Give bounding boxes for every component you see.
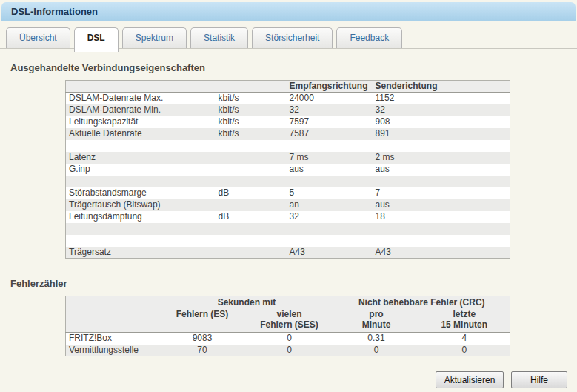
connection-row-unit: dB	[216, 187, 287, 199]
connection-row-rx-value: 7597	[287, 116, 373, 128]
connection-row-tx-value	[373, 223, 510, 235]
error-row-value: 0	[245, 345, 334, 356]
error-row-label: FRITZ!Box	[66, 333, 160, 345]
error-row-value: 0.31	[334, 333, 419, 345]
connection-row: LeitungsdämpfungdB3218	[66, 211, 510, 223]
connection-row: TrägersatzA43A43	[66, 247, 510, 259]
connection-row-rx-value: A43	[287, 247, 373, 259]
connection-row-rx-value	[287, 140, 373, 152]
connection-row-tx-value: 18	[373, 211, 510, 223]
connection-row-label: Latenz	[66, 152, 216, 164]
error-counter-table: Sekunden mit Nicht behebbare Fehler (CRC…	[65, 296, 510, 356]
connection-row-unit: kbit/s	[216, 116, 287, 128]
connection-row: Leitungskapazitätkbit/s7597908	[66, 116, 510, 128]
connection-row-rx-value: 7587	[287, 128, 373, 140]
error-column-header: Fehlern (ES)	[160, 309, 245, 333]
connection-row-rx-value: aus	[287, 164, 373, 176]
connection-row-rx-value: an	[287, 199, 373, 211]
connection-row-label: DSLAM-Datenrate Max.	[66, 93, 216, 104]
connection-row-tx-value	[373, 176, 510, 187]
connection-row-unit	[216, 140, 287, 152]
content-area: Ausgehandelte Verbindungseigenschaften E…	[0, 62, 577, 356]
connection-row-unit: dB	[216, 211, 287, 223]
connection-row-rx-value: 24000	[287, 93, 373, 104]
connection-row-unit	[216, 235, 287, 247]
connection-row-rx-value: 32	[287, 104, 373, 116]
error-row-value: 9083	[160, 333, 245, 345]
tab-dsl[interactable]: DSL	[74, 27, 119, 52]
connection-row-label: Störabstandsmarge	[66, 187, 216, 199]
section-heading-errors: Fehlerzähler	[10, 278, 577, 289]
connection-row-rx-value	[287, 235, 373, 247]
column-group-crc: Nicht behebbare Fehler (CRC)	[334, 296, 510, 309]
connection-row-tx-value	[373, 235, 510, 247]
window-title-bar: DSL-Informationen	[1, 2, 576, 21]
refresh-button[interactable]: Aktualisieren	[436, 371, 504, 388]
connection-row	[66, 140, 510, 152]
column-header-senderichtung: Senderichtung	[373, 81, 510, 93]
error-row-value: 0	[245, 333, 334, 345]
connection-row-rx-value	[287, 176, 373, 187]
footer-buttons: Aktualisieren Hilfe	[0, 365, 577, 388]
error-group-header-row: Sekunden mit Nicht behebbare Fehler (CRC…	[66, 296, 510, 309]
column-header-empfangsrichtung: Empfangsrichtung	[287, 81, 373, 93]
connection-row: Aktuelle Datenratekbit/s7587891	[66, 128, 510, 140]
error-row-value: 70	[160, 345, 245, 356]
connection-row	[66, 223, 510, 235]
connection-row-rx-value	[287, 223, 373, 235]
error-row-value: 4	[419, 333, 510, 345]
connection-row-unit: kbit/s	[216, 93, 287, 104]
page-title: DSL-Informationen	[11, 6, 98, 17]
connection-row-tx-value: aus	[373, 164, 510, 176]
tab-spektrum[interactable]: Spektrum	[122, 27, 187, 48]
connection-row-label	[66, 140, 216, 152]
error-column-header: letzte 15 Minuten	[419, 309, 510, 333]
error-column-header: vielen Fehlern (SES)	[245, 309, 334, 333]
connection-row-label: Leitungsdämpfung	[66, 211, 216, 223]
connection-row-tx-value: aus	[373, 199, 510, 211]
tab-bar: ÜbersichtDSLSpektrumStatistikStörsicherh…	[0, 21, 577, 49]
connection-row-label: Trägertausch (Bitswap)	[66, 199, 216, 211]
connection-row-unit	[216, 176, 287, 187]
connection-header-row: Empfangsrichtung Senderichtung	[66, 81, 510, 93]
tab--bersicht[interactable]: Übersicht	[6, 27, 70, 48]
column-group-seconds: Sekunden mit	[160, 296, 334, 309]
connection-row: Latenz7 ms2 ms	[66, 152, 510, 164]
error-column-header: pro Minute	[334, 309, 419, 333]
connection-row-rx-value: 32	[287, 211, 373, 223]
column-header-empty	[66, 81, 216, 93]
connection-row-label	[66, 176, 216, 187]
connection-row-tx-value: A43	[373, 247, 510, 259]
connection-row-label: Leitungskapazität	[66, 116, 216, 128]
connection-row-unit	[216, 247, 287, 259]
connection-row	[66, 235, 510, 247]
connection-row-label: Aktuelle Datenrate	[66, 128, 216, 140]
connection-row	[66, 176, 510, 187]
connection-row-unit	[216, 164, 287, 176]
error-counter-row: Vermittlungsstelle70000	[66, 345, 510, 356]
error-row-label: Vermittlungsstelle	[66, 345, 160, 356]
help-button[interactable]: Hilfe	[511, 371, 567, 388]
column-header-empty	[66, 309, 160, 333]
connection-row-tx-value: 2 ms	[373, 152, 510, 164]
tab-feedback[interactable]: Feedback	[336, 27, 402, 48]
error-counter-row: FRITZ!Box908300.314	[66, 333, 510, 345]
connection-row-label	[66, 223, 216, 235]
column-header-unit	[216, 81, 287, 93]
tab-statistik[interactable]: Statistik	[190, 27, 248, 48]
tab-st-rsicherheit[interactable]: Störsicherheit	[252, 27, 333, 48]
connection-row: Trägertausch (Bitswap)anaus	[66, 199, 510, 211]
connection-row-label: DSLAM-Datenrate Min.	[66, 104, 216, 116]
column-header-empty	[66, 296, 160, 309]
connection-row-label: Trägersatz	[66, 247, 216, 259]
connection-row: DSLAM-Datenrate Max.kbit/s240001152	[66, 93, 510, 104]
connection-row-tx-value: 908	[373, 116, 510, 128]
dsl-info-page: DSL-Informationen ÜbersichtDSLSpektrumSt…	[0, 2, 577, 392]
connection-row-tx-value: 1152	[373, 93, 510, 104]
connection-row-unit	[216, 223, 287, 235]
connection-row-rx-value: 5	[287, 187, 373, 199]
connection-row-rx-value: 7 ms	[287, 152, 373, 164]
connection-row: StörabstandsmargedB57	[66, 187, 510, 199]
connection-row-unit: kbit/s	[216, 104, 287, 116]
section-heading-connection: Ausgehandelte Verbindungseigenschaften	[10, 62, 577, 73]
